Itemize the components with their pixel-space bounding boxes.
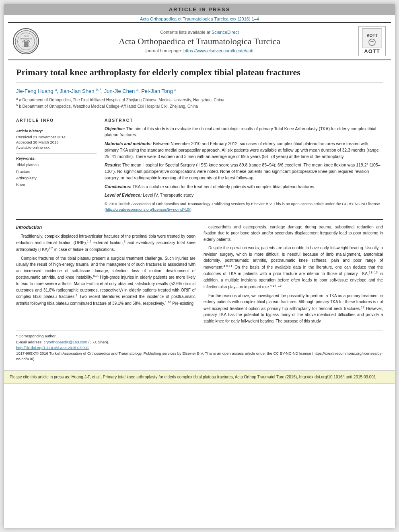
level-label: Level of Evidence: <box>105 193 142 197</box>
abstract-conclusions: Conclusions: TKA is a suitable solution … <box>105 184 383 190</box>
svg-rect-4 <box>24 41 29 47</box>
corresponding-author-line: * Corresponding author. <box>16 333 383 339</box>
aott-logo-svg: AOTT <box>363 29 381 47</box>
journal-center: Contents lists available at ScienceDirec… <box>41 30 358 53</box>
svg-text:ACTA: ACTA <box>23 35 29 37</box>
affiliations: a a Department of Orthopedics, The First… <box>16 97 383 110</box>
citation-bar-text: Please cite this article in press as: Hu… <box>10 375 376 379</box>
page: ARTICLE IN PRESS Acta Orthopaedica et Tr… <box>4 4 395 528</box>
affiliation-a: a a Department of Orthopedics, The First… <box>16 97 383 103</box>
keyword-2: Fracture <box>16 168 97 175</box>
results-label: Results: <box>105 162 121 167</box>
article-info-abstract-section: ARTICLE INFO Article history: Received 2… <box>16 114 383 215</box>
paper-title: Primary total knee arthroplasty for elde… <box>16 67 383 83</box>
keyword-3: Arthroplasty <box>16 175 97 181</box>
intro-para-4: Despite the operation works, patients ar… <box>204 245 383 290</box>
objective-label: Objective: <box>105 126 125 131</box>
received-date: Received 21 November 2014 <box>16 134 97 140</box>
accepted-date: Accepted 28 March 2015 <box>16 140 97 145</box>
level-text: Level IV, Therapeutic study <box>143 193 193 197</box>
keywords-label: Keywords: <box>16 156 97 160</box>
aott-title: AOTT <box>362 48 382 54</box>
doi-line: http://dx.doi.org/10.1016/j.aott.2015.03… <box>16 345 383 351</box>
aott-image: AOTT <box>362 28 382 48</box>
email-label: E-mail address: <box>16 340 43 344</box>
keywords-list: Tibial plateau Fracture Arthroplasty Kne… <box>16 162 97 188</box>
corresponding-label: * Corresponding author. <box>16 334 56 338</box>
introduction-heading: Introduction <box>16 224 195 231</box>
issn-line: 1017-995X/© 2016 Turkish Association of … <box>16 351 383 362</box>
section-divider <box>16 219 383 220</box>
objective-text: The aim of this study is to evaluate the… <box>105 126 376 138</box>
abstract-panel: ABSTRACT Objective: The aim of this stud… <box>105 118 383 215</box>
footer-notes: * Corresponding author. E-mail address: … <box>16 331 383 362</box>
intro-para-5: For the reasons above, we investigated t… <box>204 293 383 325</box>
abstract-text: Objective: The aim of this study is to e… <box>105 126 383 213</box>
citation-text: Acta Orthopaedica et Traumatologica Turc… <box>140 16 259 21</box>
intro-para-1: Traditionally, complex displaced intra-a… <box>16 233 195 253</box>
aott-logo-box: AOTT AOTT <box>358 26 386 56</box>
journal-logo-circle: ACTA ORTHOPAEDICA <box>13 28 39 54</box>
citation-line: Acta Orthopaedica et Traumatologica Turc… <box>4 15 395 22</box>
sciencedirect-link[interactable]: ScienceDirect <box>212 30 239 35</box>
homepage-prefix: journal homepage: <box>146 48 183 53</box>
keyword-1: Tibial plateau <box>16 162 97 168</box>
journal-title: Acta Orthopaedica et Traumatologica Turc… <box>41 36 358 47</box>
article-history-group: Article history: Received 21 November 20… <box>16 126 97 150</box>
copyright-text: © 2016 Turkish Association of Orthopaedi… <box>105 201 380 212</box>
authors: Jie-Feng Huang a, Jian-Jian Shen b, *, J… <box>16 88 383 94</box>
svg-rect-6 <box>363 29 381 47</box>
email-note: (J.-J. Shen). <box>88 340 109 344</box>
affiliation-b: b b Department of Orthopedics, Wenzhou M… <box>16 103 383 109</box>
body-text-section: Introduction Traditionally, complex disp… <box>16 224 383 327</box>
abstract-copyright: © 2016 Turkish Association of Orthopaedi… <box>105 201 383 213</box>
doi-link[interactable]: http://dx.doi.org/10.1016/j.aott.2015.03… <box>16 345 89 350</box>
body-col-right: osteoarthritis and osteoporosis, cartila… <box>204 224 383 327</box>
main-content: Primary total knee arthroplasty for elde… <box>4 60 395 366</box>
conclusions-label: Conclusions: <box>105 184 132 189</box>
article-info-panel: ARTICLE INFO Article history: Received 2… <box>16 118 97 215</box>
journal-header: ACTA ORTHOPAEDICA Contents lists availab… <box>8 22 391 60</box>
body-col-left: Introduction Traditionally, complex disp… <box>16 224 195 327</box>
keywords-group: Keywords: Tibial plateau Fracture Arthro… <box>16 153 97 188</box>
issn-text: 1017-995X/© 2016 Turkish Association of … <box>16 351 383 361</box>
journal-logo-left: ACTA ORTHOPAEDICA <box>13 28 41 54</box>
sciencedirect-line: Contents lists available at ScienceDirec… <box>41 30 358 35</box>
copyright-link[interactable]: http://creativecommons.org/licenses/by-n… <box>106 207 190 212</box>
intro-para-3: osteoarthritis and osteoporosis, cartila… <box>204 224 383 243</box>
citation-bar: Please cite this article in press as: Hu… <box>4 370 395 384</box>
journal-logo-svg: ACTA ORTHOPAEDICA <box>14 30 38 53</box>
sciencedirect-prefix: Contents lists available at <box>160 30 212 35</box>
materials-label: Materials and methods: <box>105 141 152 146</box>
available-online: Available online xxx <box>16 145 97 150</box>
keyword-4: Knee <box>16 181 97 188</box>
abstract-level: Level of Evidence: Level IV, Therapeutic… <box>105 192 383 199</box>
conclusions-text: TKA is a suitable solution for the treat… <box>132 184 315 189</box>
history-label: Article history: <box>16 129 97 133</box>
abstract-header: ABSTRACT <box>105 118 383 123</box>
article-info-header: ARTICLE INFO <box>16 118 97 123</box>
abstract-results: Results: The mean Hospital for Special S… <box>105 162 383 181</box>
intro-para-2: Complex fractures of the tibial plateau … <box>16 255 195 307</box>
results-text: The mean Hospital for Special Surgery (H… <box>105 162 380 180</box>
authors-text: Jie-Feng Huang a, Jian-Jian Shen b, *, J… <box>16 88 176 94</box>
abstract-materials: Materials and methods: Between November … <box>105 141 383 160</box>
svg-text:AOTT: AOTT <box>366 33 377 38</box>
banner-text: ARTICLE IN PRESS <box>169 6 230 12</box>
email-line: E-mail address: cryorthopaedic@163.com (… <box>16 339 383 345</box>
journal-logo-right: AOTT AOTT <box>358 26 386 56</box>
article-in-press-banner: ARTICLE IN PRESS <box>4 4 395 15</box>
homepage-url[interactable]: https://www.elsevier.com/locate/aott <box>183 48 253 53</box>
abstract-objective: Objective: The aim of this study is to e… <box>105 126 383 139</box>
journal-homepage: journal homepage: https://www.elsevier.c… <box>41 48 358 53</box>
email-link[interactable]: cryorthopaedic@163.com <box>44 340 87 344</box>
